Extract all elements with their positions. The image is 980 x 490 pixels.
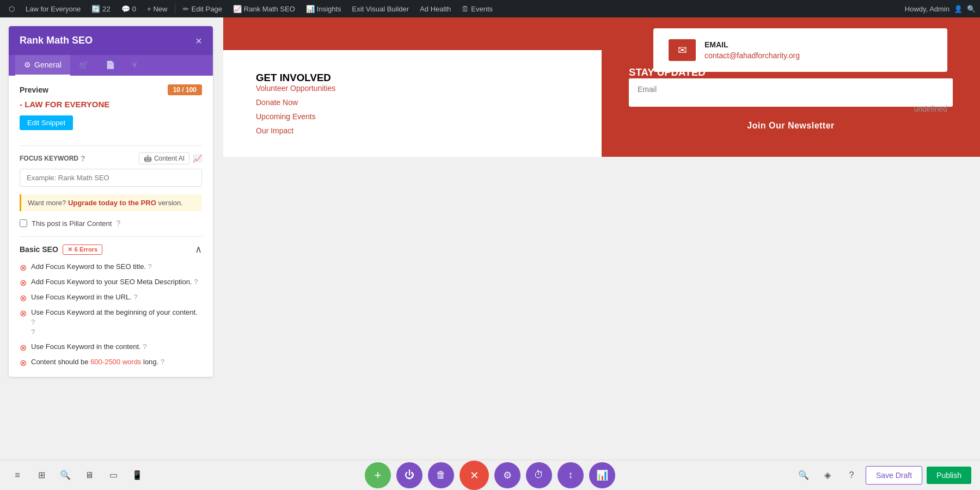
bottom-toolbar: ≡ ⊞ 🔍 🖥 ▭ 📱 + ⏻ 🗑 ✕ ⚙ ⏱ ↕ 📊 🔍 ◈ ? Save D… xyxy=(0,460,980,490)
error-help-icon-5[interactable]: ? xyxy=(143,342,146,351)
toolbar-tablet-button[interactable]: ▭ xyxy=(102,464,124,486)
toolbar-right-layers-button[interactable]: ◈ xyxy=(818,465,837,485)
red-section: ✉ EMAIL contact@fahadforcharity.org GET … xyxy=(223,17,980,157)
upgrade-link[interactable]: Upgrade today to the PRO xyxy=(68,199,156,207)
pillar-content-help-icon[interactable]: ? xyxy=(116,219,120,228)
footer-link-volunteer[interactable]: Volunteer Opportunities xyxy=(256,84,569,93)
footer-links: Volunteer Opportunities Donate Now Upcom… xyxy=(256,84,569,135)
side-panel-close-button[interactable]: × xyxy=(195,35,202,46)
admin-bar-comments[interactable]: 💬 0 xyxy=(117,0,140,17)
seo-error-item-6: ⊗ Content should be 600-2500 words long.… xyxy=(20,357,202,368)
admin-bar-updates[interactable]: 🔄 22 xyxy=(87,0,114,17)
admin-bar-wp-logo[interactable]: ⬡ xyxy=(4,0,19,17)
toolbar-grid-button[interactable]: ⊞ xyxy=(30,464,52,486)
footer-link-events[interactable]: Upcoming Events xyxy=(256,112,569,121)
howdy-label: Howdy, Admin xyxy=(905,5,950,13)
toolbar-left: ≡ ⊞ 🔍 🖥 ▭ 📱 xyxy=(0,464,155,486)
error-help-icon-4[interactable]: ? xyxy=(31,318,35,326)
error-help-icon-6[interactable]: ? xyxy=(161,358,164,366)
toolbar-right-search-button[interactable]: 🔍 xyxy=(794,465,813,485)
toolbar-search-button[interactable]: 🔍 xyxy=(54,464,76,486)
preview-score: 10 / 100 xyxy=(168,84,202,95)
publish-button[interactable]: Publish xyxy=(927,467,971,484)
toolbar-power-button[interactable]: ⏻ xyxy=(396,462,422,488)
toolbar-settings-button[interactable]: ⚙ xyxy=(494,462,520,488)
error-icon-5: ⊗ xyxy=(20,342,27,353)
toolbar-add-button[interactable]: + xyxy=(365,462,391,488)
insights-label: Insights xyxy=(317,5,341,13)
panel-body: Preview 10 / 100 - LAW FOR EVERYONE Edit… xyxy=(9,76,213,377)
word-count-link[interactable]: 600-2500 words xyxy=(90,358,141,366)
search-icon[interactable]: 🔍 xyxy=(967,5,976,13)
error-icon-6: ⊗ xyxy=(20,358,27,368)
content-ai-button[interactable]: 🤖 Content AI xyxy=(139,152,189,164)
tab-schema[interactable]: 📄 xyxy=(97,55,124,76)
toolbar-menu-button[interactable]: ≡ xyxy=(7,464,28,486)
admin-bar-new[interactable]: + New xyxy=(143,0,172,17)
errors-count: 6 Errors xyxy=(75,246,97,253)
content-ai-icon: 🤖 xyxy=(144,155,152,162)
edit-snippet-button[interactable]: Edit Snippet xyxy=(20,115,73,130)
collapse-button[interactable]: ∧ xyxy=(195,243,202,255)
toolbar-desktop-button[interactable]: 🖥 xyxy=(78,464,100,486)
save-draft-button[interactable]: Save Draft xyxy=(866,466,922,485)
side-panel: Rank Math SEO × ⚙ General 🛒 📄 ⑂ Preview xyxy=(9,26,213,377)
admin-bar-rank-math[interactable]: 📈 Rank Math SEO xyxy=(229,0,299,17)
focus-keyword-label: FOCUS KEYWORD ? xyxy=(20,154,85,163)
toolbar-close-button[interactable]: ✕ xyxy=(460,461,489,490)
focus-keyword-input[interactable] xyxy=(20,169,202,187)
general-tab-label: General xyxy=(34,60,62,69)
toolbar-center: + ⏻ 🗑 ✕ ⚙ ⏱ ↕ 📊 xyxy=(365,461,615,490)
site-name-label: Law for Everyone xyxy=(26,5,81,13)
error-icon-2: ⊗ xyxy=(20,278,27,288)
newsletter-email-input[interactable] xyxy=(629,78,953,100)
footer-link-donate[interactable]: Donate Now xyxy=(256,98,569,107)
upgrade-text-before: Want more? xyxy=(28,199,66,207)
toolbar-mobile-button[interactable]: 📱 xyxy=(126,464,148,486)
error-icon: ⊗ xyxy=(20,262,27,273)
tab-general[interactable]: ⚙ General xyxy=(15,55,70,76)
preview-header: Preview 10 / 100 xyxy=(20,84,202,95)
events-icon: 🗓 xyxy=(462,5,469,13)
preview-site-name: - LAW FOR EVERYONE xyxy=(20,100,202,109)
toolbar-arrange-button[interactable]: ↕ xyxy=(558,462,584,488)
user-avatar-icon[interactable]: 👤 xyxy=(954,5,963,13)
basic-seo-left: Basic SEO ✕ 6 Errors xyxy=(20,244,102,255)
social-tab-icon: 🛒 xyxy=(79,60,88,69)
error-text-4: Use Focus Keyword at the beginning of yo… xyxy=(31,308,202,338)
admin-bar-site-name[interactable]: Law for Everyone xyxy=(21,0,85,17)
updates-count: 22 xyxy=(102,5,110,13)
section-divider xyxy=(20,145,202,146)
admin-bar-exit-visual-builder[interactable]: Exit Visual Builder xyxy=(348,0,414,17)
toolbar-analytics-button[interactable]: 📊 xyxy=(589,462,615,488)
admin-bar-insights[interactable]: 📊 Insights xyxy=(302,0,346,17)
error-help-icon[interactable]: ? xyxy=(148,262,152,271)
comments-count: 0 xyxy=(132,5,136,13)
schema-tab-icon: 📄 xyxy=(106,60,115,69)
tab-social[interactable]: 🛒 xyxy=(70,55,97,76)
section-divider-2 xyxy=(20,236,202,237)
toolbar-history-button[interactable]: ⏱ xyxy=(526,462,552,488)
error-text-1: Add Focus Keyword to the SEO title. ? xyxy=(31,262,202,272)
focus-keyword-help-icon[interactable]: ? xyxy=(81,154,85,163)
tab-advanced[interactable]: ⑂ xyxy=(124,55,145,76)
side-panel-title: Rank Math SEO xyxy=(20,35,93,46)
footer-link-impact[interactable]: Our Impact xyxy=(256,126,569,135)
preview-label: Preview xyxy=(20,85,48,94)
error-help-icon-3[interactable]: ? xyxy=(134,293,138,301)
admin-bar-right-section: Howdy, Admin 👤 🔍 xyxy=(905,5,976,13)
advanced-tab-icon: ⑂ xyxy=(132,60,137,69)
pillar-content-checkbox[interactable] xyxy=(20,219,27,227)
error-help-icon-2[interactable]: ? xyxy=(194,278,198,286)
admin-bar-ad-health[interactable]: Ad Health xyxy=(415,0,455,17)
trend-icon[interactable]: 📈 xyxy=(193,154,202,163)
seo-errors-list: ⊗ Add Focus Keyword to the SEO title. ? … xyxy=(20,262,202,368)
join-newsletter-button[interactable]: Join Our Newsletter xyxy=(629,113,953,138)
focus-keyword-header: FOCUS KEYWORD ? 🤖 Content AI 📈 xyxy=(20,152,202,164)
error-help-icon-4b[interactable]: ? xyxy=(31,328,35,336)
toolbar-right-help-button[interactable]: ? xyxy=(842,465,861,485)
pillar-content-label: This post is Pillar Content xyxy=(32,219,112,228)
admin-bar-events[interactable]: 🗓 Events xyxy=(457,0,497,17)
toolbar-delete-button[interactable]: 🗑 xyxy=(428,462,454,488)
admin-bar-edit-page[interactable]: ✏ Edit Page xyxy=(179,0,226,17)
